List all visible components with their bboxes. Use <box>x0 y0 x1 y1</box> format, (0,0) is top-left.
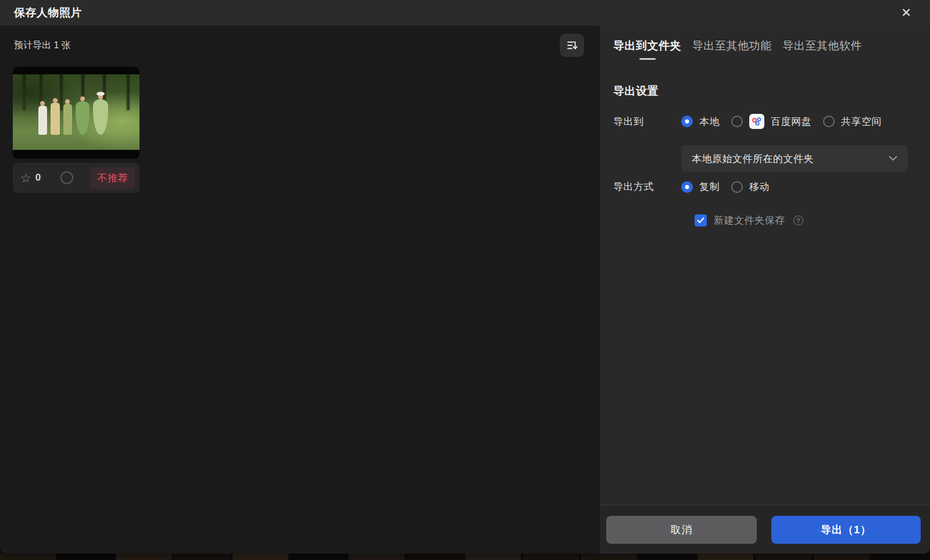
settings-heading: 导出设置 <box>613 84 659 99</box>
filmstrip-thumb <box>872 554 928 560</box>
photo-card: ☆ 0 不推荐 <box>13 67 140 193</box>
checkbox-icon[interactable] <box>695 214 707 227</box>
chevron-down-icon <box>889 156 897 161</box>
filmstrip-thumb <box>581 554 637 560</box>
filmstrip-thumb <box>523 554 579 560</box>
help-icon[interactable]: ? <box>793 216 803 225</box>
sort-descending-icon <box>566 40 578 51</box>
close-icon[interactable]: ✕ <box>897 4 915 21</box>
radio-option-copy[interactable]: 复制 <box>681 180 720 193</box>
new-folder-checkbox-label: 新建文件夹保存 <box>714 214 785 227</box>
star-icon: ☆ <box>20 172 31 184</box>
filmstrip-thumb <box>58 554 114 560</box>
dialog-titlebar: 保存人物照片 ✕ <box>0 0 930 26</box>
radio-icon <box>731 116 743 127</box>
filmstrip-thumb <box>174 554 230 560</box>
filmstrip-thumb <box>116 554 172 560</box>
dialog-body: 预计导出 1 张 <box>0 26 930 554</box>
tab-export-to-other-features[interactable]: 导出至其他功能 <box>692 38 772 60</box>
export-mode-row: 导出方式 复制 移动 <box>613 180 913 193</box>
radio-option-baidu-netdisk[interactable]: 百度网盘 <box>731 114 811 129</box>
filmstrip-thumb <box>465 554 521 560</box>
photo-image <box>13 74 140 150</box>
export-destination-row: 导出到 本地 <box>613 114 913 129</box>
photo-subjects <box>38 99 108 135</box>
new-folder-checkbox-row: 新建文件夹保存 ? <box>695 214 803 227</box>
dialog-title: 保存人物照片 <box>14 5 82 20</box>
tab-export-to-folder[interactable]: 导出到文件夹 <box>613 38 681 60</box>
export-button[interactable]: 导出（1） <box>771 516 921 544</box>
folder-dropdown[interactable]: 本地原始文件所在的文件夹 <box>681 145 908 172</box>
filmstrip-thumb <box>639 554 695 560</box>
radio-icon <box>681 181 693 193</box>
filmstrip-thumb <box>349 554 405 560</box>
export-tabs: 导出到文件夹 导出至其他功能 导出至其他软件 <box>613 38 862 60</box>
screen: 保存人物照片 ✕ 预计导出 1 张 <box>0 0 930 560</box>
star-rating[interactable]: ☆ 0 <box>20 172 41 184</box>
export-settings-panel: 导出到文件夹 导出至其他功能 导出至其他软件 导出设置 导出到 本地 <box>600 26 930 554</box>
filmstrip-thumb <box>756 554 811 560</box>
photo-select-circle[interactable] <box>60 171 73 184</box>
export-mode-label: 导出方式 <box>613 180 681 193</box>
export-preview-panel: 预计导出 1 张 <box>0 26 600 554</box>
radio-option-local[interactable]: 本地 <box>681 115 720 128</box>
export-count-text: 预计导出 1 张 <box>14 40 71 52</box>
not-recommended-badge: 不推荐 <box>90 167 135 189</box>
save-photos-dialog: 保存人物照片 ✕ 预计导出 1 张 <box>0 0 930 554</box>
radio-icon <box>823 116 835 127</box>
filmstrip-thumb <box>233 554 288 560</box>
cancel-button[interactable]: 取消 <box>606 516 757 544</box>
filmstrip-thumb <box>814 554 870 560</box>
baidu-netdisk-icon <box>749 114 764 129</box>
export-destination-options: 本地 百度 <box>681 114 893 129</box>
radio-icon <box>731 181 743 193</box>
export-mode-options: 复制 移动 <box>681 180 781 193</box>
filmstrip-thumb <box>407 554 463 560</box>
radio-option-shared-space[interactable]: 共享空间 <box>823 115 882 128</box>
radio-icon <box>681 116 693 127</box>
folder-dropdown-value: 本地原始文件所在的文件夹 <box>692 152 814 166</box>
filmstrip-thumb <box>698 554 753 560</box>
photo-thumbnail[interactable] <box>13 67 140 159</box>
sort-button[interactable] <box>560 34 584 57</box>
filmstrip-thumb <box>0 554 56 560</box>
dialog-footer: 取消 导出（1） <box>600 505 930 554</box>
export-destination-label: 导出到 <box>613 115 681 128</box>
photo-card-footer: ☆ 0 不推荐 <box>13 163 140 193</box>
filmstrip-thumb <box>291 554 346 560</box>
tab-export-to-other-software[interactable]: 导出至其他软件 <box>783 38 863 60</box>
star-count: 0 <box>35 172 41 184</box>
radio-option-move[interactable]: 移动 <box>731 180 770 193</box>
